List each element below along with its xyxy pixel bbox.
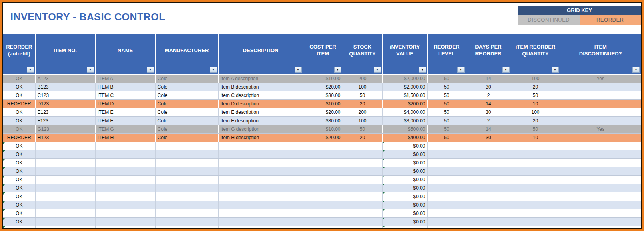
cell-reorder-level[interactable]	[427, 167, 466, 176]
cell-cost-per-item[interactable]: $20.00	[303, 83, 343, 91]
column-header[interactable]: COST PER ITEM ▼	[303, 34, 343, 74]
cell-stock-quantity[interactable]	[343, 218, 382, 226]
cell-cost-per-item[interactable]: $10.00	[303, 74, 343, 83]
cell-item-discontinued[interactable]	[560, 184, 641, 192]
cell-item-no[interactable]: B123	[35, 83, 95, 91]
cell-days-per-reorder[interactable]	[466, 150, 511, 159]
cell-inventory-value[interactable]: $0.00	[382, 218, 427, 226]
cell-cost-per-item[interactable]: $20.00	[303, 134, 343, 142]
cell-description[interactable]: Item D description	[218, 100, 303, 108]
cell-manufacturer[interactable]: Cole	[155, 125, 218, 134]
cell-manufacturer[interactable]: Cole	[155, 134, 218, 142]
cell-inventory-value[interactable]: $0.00	[382, 226, 427, 229]
cell-days-per-reorder[interactable]	[466, 167, 511, 176]
cell-description[interactable]	[218, 209, 303, 218]
cell-reorder-level[interactable]	[427, 209, 466, 218]
cell-item-reorder-qty[interactable]	[511, 176, 560, 184]
cell-cost-per-item[interactable]: $10.00	[303, 125, 343, 134]
cell-stock-quantity[interactable]	[343, 209, 382, 218]
cell-manufacturer[interactable]	[155, 226, 218, 229]
filter-dropdown-button[interactable]: ▼	[87, 67, 94, 73]
cell-cost-per-item[interactable]	[303, 159, 343, 167]
cell-days-per-reorder[interactable]	[466, 159, 511, 167]
cell-reorder-level[interactable]: 50	[427, 117, 466, 125]
cell-description[interactable]	[218, 218, 303, 226]
cell-manufacturer[interactable]	[155, 209, 218, 218]
cell-days-per-reorder[interactable]	[466, 192, 511, 201]
cell-item-no[interactable]	[35, 142, 95, 150]
cell-inventory-value[interactable]: $0.00	[382, 184, 427, 192]
column-header[interactable]: REORDER (auto-fill) ▼	[3, 34, 35, 74]
cell-manufacturer[interactable]	[155, 176, 218, 184]
cell-cost-per-item[interactable]	[303, 142, 343, 150]
cell-item-no[interactable]	[35, 201, 95, 209]
cell-name[interactable]	[95, 218, 155, 226]
cell-inventory-value[interactable]: $0.00	[382, 192, 427, 201]
filter-dropdown-button[interactable]: ▼	[632, 67, 640, 73]
cell-item-reorder-qty[interactable]: 50	[511, 91, 560, 100]
cell-item-no[interactable]	[35, 226, 95, 229]
cell-item-no[interactable]: A123	[35, 74, 95, 83]
cell-item-discontinued[interactable]	[560, 176, 641, 184]
cell-name[interactable]: ITEM F	[95, 117, 155, 125]
cell-description[interactable]	[218, 150, 303, 159]
cell-name[interactable]	[95, 226, 155, 229]
cell-item-reorder-qty[interactable]	[511, 192, 560, 201]
cell-item-no[interactable]	[35, 184, 95, 192]
cell-item-no[interactable]: H123	[35, 134, 95, 142]
cell-days-per-reorder[interactable]: 2	[466, 91, 511, 100]
cell-name[interactable]	[95, 167, 155, 176]
cell-item-reorder-qty[interactable]: 20	[511, 83, 560, 91]
cell-name[interactable]: ITEM D	[95, 100, 155, 108]
cell-item-discontinued[interactable]	[560, 117, 641, 125]
filter-dropdown-button[interactable]: ▼	[374, 67, 381, 73]
cell-name[interactable]: ITEM A	[95, 74, 155, 83]
cell-reorder-level[interactable]	[427, 184, 466, 192]
cell-stock-quantity[interactable]: 100	[343, 117, 382, 125]
cell-item-reorder-qty[interactable]: 20	[511, 117, 560, 125]
cell-item-no[interactable]	[35, 167, 95, 176]
cell-manufacturer[interactable]: Cole	[155, 83, 218, 91]
cell-item-no[interactable]	[35, 176, 95, 184]
cell-manufacturer[interactable]	[155, 184, 218, 192]
column-header[interactable]: DESCRIPTION ▼	[218, 34, 303, 74]
cell-item-reorder-qty[interactable]	[511, 226, 560, 229]
cell-manufacturer[interactable]: Cole	[155, 108, 218, 117]
cell-reorder-status[interactable]: OK	[3, 150, 35, 159]
cell-cost-per-item[interactable]	[303, 201, 343, 209]
cell-reorder-level[interactable]	[427, 201, 466, 209]
cell-name[interactable]: ITEM B	[95, 83, 155, 91]
cell-item-no[interactable]: C123	[35, 91, 95, 100]
column-header[interactable]: DAYS PER REORDER ▼	[466, 34, 511, 74]
cell-manufacturer[interactable]: Cole	[155, 117, 218, 125]
column-header[interactable]: NAME ▼	[95, 34, 155, 74]
cell-cost-per-item[interactable]	[303, 184, 343, 192]
cell-reorder-status[interactable]: OK	[3, 226, 35, 229]
cell-days-per-reorder[interactable]	[466, 176, 511, 184]
cell-item-reorder-qty[interactable]	[511, 159, 560, 167]
cell-item-discontinued[interactable]	[560, 142, 641, 150]
cell-inventory-value[interactable]: $400.00	[382, 134, 427, 142]
cell-days-per-reorder[interactable]	[466, 142, 511, 150]
cell-cost-per-item[interactable]	[303, 226, 343, 229]
column-header[interactable]: iNVENTORY VALUE ▼	[382, 34, 427, 74]
cell-item-discontinued[interactable]	[560, 83, 641, 91]
cell-item-reorder-qty[interactable]: 100	[511, 108, 560, 117]
cell-item-no[interactable]: D123	[35, 100, 95, 108]
cell-reorder-level[interactable]	[427, 159, 466, 167]
cell-name[interactable]	[95, 176, 155, 184]
cell-name[interactable]: ITEM H	[95, 134, 155, 142]
column-header[interactable]: iTEM REORDER QUANTITY ▼	[511, 34, 560, 74]
cell-description[interactable]: Item G description	[218, 125, 303, 134]
cell-inventory-value[interactable]: $3,000.00	[382, 117, 427, 125]
cell-description[interactable]	[218, 159, 303, 167]
cell-inventory-value[interactable]: $200.00	[382, 100, 427, 108]
cell-cost-per-item[interactable]: $30.00	[303, 117, 343, 125]
cell-stock-quantity[interactable]	[343, 226, 382, 229]
cell-stock-quantity[interactable]: 50	[343, 125, 382, 134]
cell-days-per-reorder[interactable]	[466, 201, 511, 209]
cell-stock-quantity[interactable]: 20	[343, 134, 382, 142]
cell-stock-quantity[interactable]: 50	[343, 91, 382, 100]
cell-reorder-status[interactable]: OK	[3, 83, 35, 91]
cell-item-discontinued[interactable]	[560, 91, 641, 100]
